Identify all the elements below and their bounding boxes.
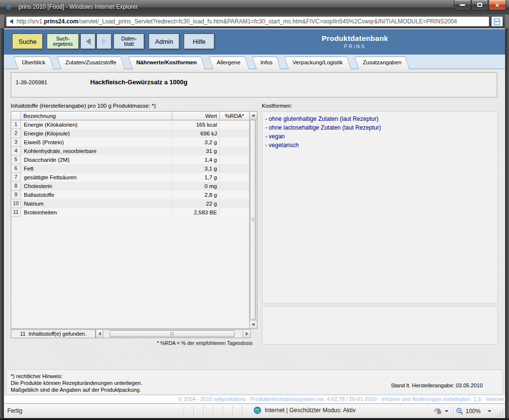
title-bar[interactable]: e prins 2010 [Food] - Windows Internet E…: [0, 0, 509, 15]
window-title: prins 2010 [Food] - Windows Internet Exp…: [19, 3, 138, 10]
row-name: Energie (Kilojoule): [21, 129, 172, 138]
page: Suche Such- ergebnis Daten- blatt Admin …: [4, 28, 505, 418]
ie-icon: e: [7, 3, 16, 12]
suchergebnis-button[interactable]: Such- ergebnis: [47, 34, 79, 49]
row-value: 3,1 g: [172, 164, 220, 173]
zoom-caret-icon[interactable]: [488, 410, 491, 412]
result-count: 11 Inhaltsstoff(e) gefunden.: [11, 329, 96, 338]
row-number: 11: [11, 208, 21, 217]
maximize-button[interactable]: [471, 0, 488, 10]
url-domain: prins24.com: [44, 18, 78, 25]
brand-subtitle: PRiNS: [279, 44, 431, 49]
brand: Produktdatenbank PRiNS: [279, 34, 431, 49]
row-name: Fett: [21, 164, 172, 173]
product-header: 1-39-205981 Hackfleisch-Gewürzsalz a 100…: [11, 72, 497, 97]
table-row[interactable]: 1Energie (Kilokalorien)165 kcal: [11, 120, 249, 129]
globe-icon: [254, 406, 261, 414]
scroll-down-button[interactable]: [250, 321, 257, 328]
table-row[interactable]: 8Cholesterin0 mg: [11, 182, 249, 191]
row-number: 2: [11, 129, 21, 138]
table-row[interactable]: 3Eiweiß (Protein)3,2 g: [11, 138, 249, 147]
manufacturer-date: Stand lt. Herstellerangabe: 03.05.2010: [391, 382, 483, 388]
vertical-scrollbar-thumb[interactable]: [250, 120, 256, 320]
zone-text: Internet | Geschützter Modus: Aktiv: [265, 407, 356, 414]
tab-nährwerte-kostformen[interactable]: Nährwerte/Kostformen: [130, 57, 203, 69]
close-button[interactable]: ×: [489, 0, 506, 10]
row-number: 7: [11, 173, 21, 182]
horizontal-scrollbar-thumb[interactable]: [110, 330, 235, 337]
row-value: 2,8 g: [172, 191, 220, 199]
row-rda: [220, 164, 249, 173]
kostform-item: - ohne lactosehaltige Zutaten (laut Reze…: [265, 123, 497, 132]
zoom-icon: [456, 407, 464, 415]
admin-label: Admin: [155, 38, 173, 45]
row-value: 31 g: [172, 147, 220, 155]
statusbar-separator: [213, 406, 214, 416]
table-row[interactable]: 9Ballaststoffe2,8 g: [11, 191, 249, 199]
table-row[interactable]: 11Broteinheiten2,583 BE: [11, 208, 249, 217]
kostform-item: - ohne glutenhaltige Zutaten (laut Rezep…: [265, 115, 497, 123]
row-name: gesättigte Fettsäuren: [21, 173, 172, 182]
zoom-level[interactable]: 100%: [466, 408, 481, 415]
tab-allergene[interactable]: Allergene: [211, 57, 247, 69]
column-header-bezeichnung: Bezeichnung: [21, 112, 172, 120]
row-value: 165 kcal: [172, 120, 220, 129]
kostform-item: - vegetarisch: [265, 141, 497, 150]
back-button[interactable]: [80, 34, 96, 49]
row-rda: [220, 147, 249, 155]
app-toolbar: Suche Such- ergebnis Daten- blatt Admin …: [4, 29, 505, 55]
scroll-left-button[interactable]: [96, 330, 103, 338]
table-row[interactable]: 4Kohlenhydrate, resorbierbare31 g: [11, 147, 249, 155]
row-number: 4: [11, 147, 21, 155]
kostform-item: - vegan: [265, 132, 497, 141]
protected-mode-icon[interactable]: [433, 407, 442, 415]
maximize-icon: [477, 3, 482, 7]
protected-mode-caret-icon[interactable]: [445, 410, 449, 412]
table-row[interactable]: 6Fett3,1 g: [11, 164, 249, 173]
statusbar-separator: [233, 406, 233, 416]
tab-label: Allergene: [211, 57, 247, 65]
minimize-button[interactable]: [454, 0, 471, 10]
column-header-nr: [11, 112, 21, 120]
row-name: Kohlenhydrate, resorbierbare: [21, 147, 172, 155]
scroll-right-button[interactable]: [243, 330, 250, 338]
row-rda: [220, 155, 249, 164]
product-name: Hackfleisch-Gewürzsalz a 1000g: [90, 78, 187, 86]
tab-infos[interactable]: Infos: [254, 57, 279, 69]
statusbar-separator: [194, 406, 194, 416]
row-value: 696 kJ: [172, 129, 220, 138]
window-border-bottom: [0, 418, 509, 420]
forward-button[interactable]: [97, 34, 112, 49]
product-id: 1-39-205981: [16, 79, 47, 85]
tab-zusatzangaben[interactable]: Zusatzangaben: [356, 57, 408, 69]
address-input[interactable]: http://srv1.prins24.com/servlet/_Load_pr…: [6, 16, 489, 27]
statusbar-separator: [453, 406, 454, 416]
scroll-up-button[interactable]: [250, 112, 257, 119]
hilfe-button[interactable]: Hilfe: [184, 34, 215, 49]
tab-label: Nährwerte/Kostformen: [130, 57, 203, 65]
table-row[interactable]: 10Natrium22 g: [11, 199, 249, 208]
row-rda: [220, 120, 249, 129]
vertical-scrollbar[interactable]: [249, 112, 257, 328]
row-rda: [220, 173, 249, 182]
window-border-left: [0, 28, 4, 418]
row-name: Energie (Kilokalorien): [21, 120, 172, 129]
tab-überblick[interactable]: Überblick: [16, 57, 52, 69]
security-zone[interactable]: Internet | Geschützter Modus: Aktiv: [254, 406, 356, 414]
table-row[interactable]: 7gesättigte Fettsäuren1,7 g: [11, 173, 249, 182]
admin-button[interactable]: Admin: [149, 34, 179, 49]
suche-button[interactable]: Suche: [12, 34, 43, 49]
row-value: 3,2 g: [172, 138, 220, 147]
compatibility-view-button[interactable]: [491, 16, 503, 27]
brand-title: Produktdatenbank: [279, 34, 431, 42]
datenblatt-button[interactable]: Daten- blatt: [114, 34, 144, 49]
address-bar: http://srv1.prins24.com/servlet/_Load_pr…: [4, 15, 505, 28]
table-row[interactable]: 2Energie (Kilojoule)696 kJ: [11, 129, 249, 138]
horizontal-scrollbar[interactable]: [96, 329, 251, 338]
resize-grip[interactable]: [497, 410, 504, 417]
back-icon: [86, 38, 91, 45]
nutrition-table-header: Bezeichnung Wert %RDA*: [11, 112, 249, 120]
table-row[interactable]: 5Disaccharide (2M)1,4 g: [11, 155, 249, 164]
tab-zutaten-zusatzstoffe[interactable]: Zutaten/Zusatzstoffe: [59, 57, 123, 69]
tab-verpackung-logistik[interactable]: Verpackung/Logistik: [286, 57, 349, 69]
